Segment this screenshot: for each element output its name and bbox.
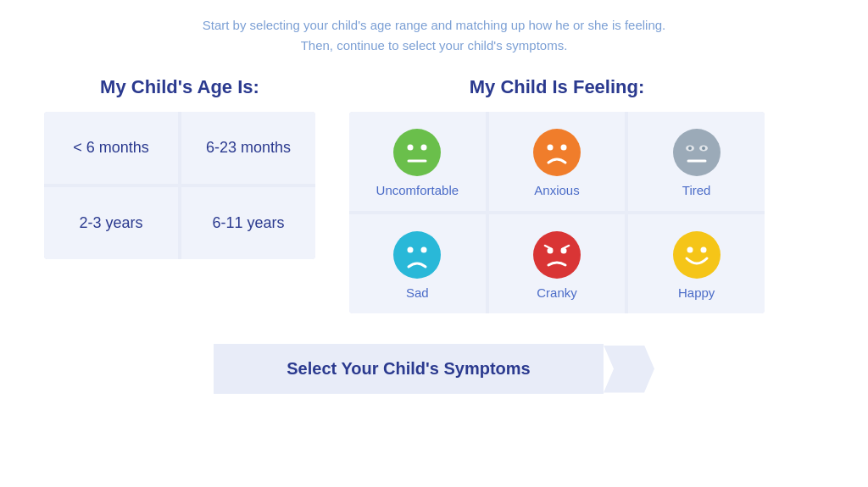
svg-point-21 <box>700 247 706 253</box>
subtitle-line1: Start by selecting your child's age rang… <box>203 15 666 36</box>
anxious-label: Anxious <box>534 183 579 197</box>
feeling-cell-anxious[interactable]: Anxious <box>489 112 626 211</box>
svg-point-1 <box>408 145 414 151</box>
svg-point-7 <box>673 129 721 176</box>
happy-face-icon <box>673 231 721 279</box>
svg-point-5 <box>547 145 553 151</box>
age-cell-2[interactable]: 2-3 years <box>44 187 178 259</box>
bottom-bar: Select Your Child's Symptoms <box>214 344 654 394</box>
svg-point-20 <box>687 247 693 253</box>
sad-face-icon <box>393 231 441 279</box>
happy-label: Happy <box>678 285 715 300</box>
subtitle: Start by selecting your child's age rang… <box>203 15 666 56</box>
age-cell-3[interactable]: 6-11 years <box>181 187 315 259</box>
uncomfortable-face-icon <box>393 129 441 176</box>
feeling-section: My Child Is Feeling: Uncomfortable <box>349 76 765 313</box>
tired-face-icon <box>673 129 721 176</box>
svg-point-14 <box>408 247 414 253</box>
age-section: My Child's Age Is: < 6 months 6-23 month… <box>44 76 315 259</box>
age-cell-0[interactable]: < 6 months <box>44 112 178 184</box>
age-cell-1[interactable]: 6-23 months <box>181 112 315 184</box>
feeling-cell-cranky[interactable]: Cranky <box>489 214 626 313</box>
cranky-face-icon <box>533 231 581 279</box>
cranky-label: Cranky <box>537 285 577 300</box>
next-arrow-icon <box>604 346 654 393</box>
age-grid: < 6 months 6-23 months 2-3 years 6-11 ye… <box>44 112 315 259</box>
svg-point-0 <box>393 129 441 176</box>
svg-point-13 <box>393 231 441 279</box>
subtitle-line2: Then, continue to select your child's sy… <box>203 36 666 56</box>
svg-point-19 <box>673 231 721 279</box>
sad-label: Sad <box>406 285 429 300</box>
feeling-cell-sad[interactable]: Sad <box>349 214 486 313</box>
svg-point-4 <box>533 129 581 176</box>
main-sections: My Child's Age Is: < 6 months 6-23 month… <box>44 76 824 313</box>
feeling-cell-tired[interactable]: Tired <box>628 112 765 211</box>
feeling-grid: Uncomfortable Anxious <box>349 112 765 313</box>
svg-point-16 <box>533 231 581 279</box>
age-section-title: My Child's Age Is: <box>100 76 259 98</box>
svg-point-12 <box>702 147 705 150</box>
feeling-cell-uncomfortable[interactable]: Uncomfortable <box>349 112 486 211</box>
tired-label: Tired <box>682 183 711 197</box>
svg-point-15 <box>421 247 427 253</box>
svg-point-6 <box>560 145 566 151</box>
feeling-cell-happy[interactable]: Happy <box>628 214 765 313</box>
feeling-section-title: My Child Is Feeling: <box>470 76 645 98</box>
svg-point-11 <box>688 147 692 150</box>
svg-point-2 <box>421 145 427 151</box>
uncomfortable-label: Uncomfortable <box>376 183 459 197</box>
select-symptoms-button[interactable]: Select Your Child's Symptoms <box>214 344 604 394</box>
anxious-face-icon <box>533 129 581 176</box>
